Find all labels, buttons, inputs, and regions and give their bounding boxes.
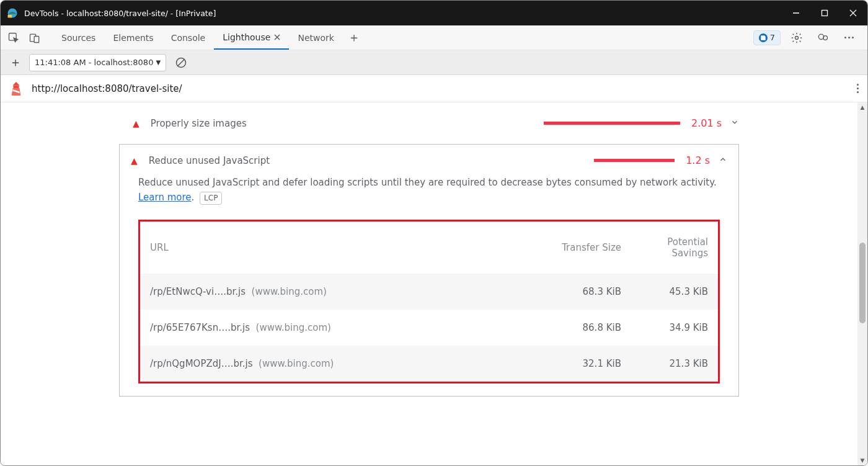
maximize-button[interactable] [810, 1, 839, 25]
tab-network[interactable]: Network [289, 25, 342, 50]
tab-elements[interactable]: Elements [104, 25, 162, 50]
audit-time: 1.2 s [686, 155, 710, 166]
chevron-down-icon [730, 118, 739, 129]
audit-row-size-images[interactable]: ▲ Properly size images 2.01 s [119, 109, 739, 138]
report-url: http://localhost:8080/travel-site/ [32, 83, 182, 94]
chevron-down-icon: ▼ [156, 59, 161, 66]
chevron-up-icon [719, 155, 727, 166]
svg-rect-1 [8, 15, 12, 18]
lighthouse-toolbar: ＋ 11:41:08 AM - localhost:8080 ▼ [1, 50, 867, 75]
audit-title: Reduce unused JavaScript [149, 155, 538, 166]
svg-rect-16 [13, 85, 19, 88]
svg-rect-3 [822, 11, 828, 16]
scroll-up-icon[interactable]: ▲ [857, 102, 867, 112]
impact-bar [594, 159, 675, 162]
audit-time: 2.01 s [691, 117, 722, 129]
impact-bar [544, 122, 680, 125]
more-tabs-button[interactable]: ＋ [343, 25, 365, 50]
report-menu-icon[interactable] [857, 84, 859, 93]
scrollbar[interactable]: ▲ ▼ [857, 102, 867, 465]
highlighted-table: URL Transfer Size Potential Savings /rp/… [138, 220, 720, 383]
warning-triangle-icon: ▲ [131, 156, 138, 166]
scrollbar-thumb[interactable] [859, 243, 866, 323]
tab-lighthouse[interactable]: Lighthouse [214, 25, 289, 50]
minimize-button[interactable] [782, 1, 810, 25]
issues-icon [759, 34, 768, 42]
audit-description: Reduce unused JavaScript and defer loadi… [120, 175, 738, 212]
inspect-element-icon[interactable] [4, 29, 23, 47]
lighthouse-logo-icon [9, 81, 23, 97]
devtools-tabs-bar: Sources Elements Console Lighthouse Netw… [1, 25, 867, 50]
report-url-bar: http://localhost:8080/travel-site/ [1, 75, 867, 102]
report-content: ▲ Properly size images 2.01 s ▲ Reduce u… [1, 102, 867, 465]
window-title: DevTools - localhost:8080/travel-site/ -… [24, 9, 216, 18]
close-icon[interactable] [274, 32, 280, 42]
col-savings: Potential Savings [631, 222, 718, 274]
scroll-down-icon[interactable]: ▼ [857, 455, 867, 465]
more-options-icon[interactable] [839, 28, 859, 48]
tab-console[interactable]: Console [162, 25, 215, 50]
issues-badge[interactable]: 7 [753, 30, 781, 45]
audit-row-reduce-js[interactable]: ▲ Reduce unused JavaScript 1.2 s [120, 145, 738, 175]
new-report-button[interactable]: ＋ [4, 52, 27, 74]
svg-point-11 [795, 36, 799, 39]
edge-devtools-icon [7, 7, 18, 19]
feedback-icon[interactable] [813, 28, 833, 48]
col-url: URL [140, 222, 544, 274]
device-toggle-icon[interactable] [25, 29, 44, 47]
settings-gear-icon[interactable] [787, 28, 807, 48]
close-button[interactable] [839, 1, 867, 25]
lcp-badge: LCP [200, 192, 222, 205]
table-row: /rp/EtNwcQ-vi….br.js (www.bing.com) 68.3… [140, 274, 718, 310]
opportunity-table: URL Transfer Size Potential Savings /rp/… [140, 222, 718, 382]
svg-line-15 [177, 59, 185, 66]
audit-card-reduce-js: ▲ Reduce unused JavaScript 1.2 s Reduce … [119, 144, 739, 397]
warning-triangle-icon: ▲ [133, 119, 140, 128]
audit-title: Properly size images [151, 118, 544, 129]
table-row: /rp/nQgMOPZdJ….br.js (www.bing.com) 32.1… [140, 346, 718, 382]
window-controls [782, 1, 867, 25]
table-row: /rp/65E767Ksn….br.js (www.bing.com) 86.8… [140, 310, 718, 346]
svg-rect-8 [34, 36, 38, 42]
col-transfer: Transfer Size [544, 222, 631, 274]
window-title-bar: DevTools - localhost:8080/travel-site/ -… [1, 1, 867, 25]
learn-more-link[interactable]: Learn more [138, 192, 192, 203]
clear-button[interactable] [170, 52, 192, 74]
report-selector[interactable]: 11:41:08 AM - localhost:8080 ▼ [29, 54, 166, 71]
tab-sources[interactable]: Sources [53, 25, 104, 50]
